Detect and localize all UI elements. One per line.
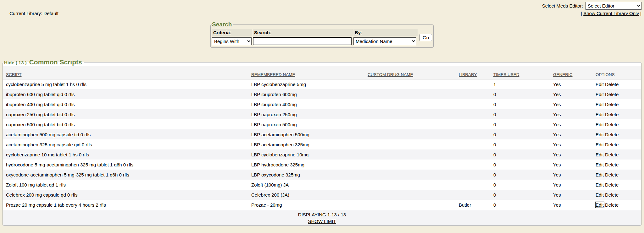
show-current-library-wrap: | Show Current Library Only |: [581, 11, 641, 16]
options-cell: Edit Delete: [592, 129, 641, 139]
column-header-generic[interactable]: GENERIC: [550, 66, 592, 79]
delete-link[interactable]: Delete: [605, 92, 619, 97]
delete-link[interactable]: Delete: [605, 112, 619, 117]
edit-link[interactable]: Edit: [596, 132, 604, 137]
options-cell: Edit Delete: [592, 119, 641, 129]
custom-drug-name-cell: [364, 99, 456, 109]
by-select[interactable]: Medication Name: [353, 37, 416, 45]
options-cell: Edit Delete: [592, 99, 641, 109]
times-used-cell: 0: [490, 160, 550, 170]
remembered-name-cell: LBP naproxen 250mg: [248, 109, 364, 119]
custom-drug-name-cell: [364, 160, 456, 170]
delete-link[interactable]: Delete: [605, 142, 619, 147]
script-cell: ibuprofen 400 mg tablet qid 0 rfls: [3, 99, 248, 109]
edit-link[interactable]: Edit: [596, 192, 604, 198]
remembered-name-cell: LBP ibuprofen 400mg: [248, 99, 364, 109]
column-header-times-used[interactable]: TIMES USED: [490, 66, 550, 79]
table-row: cyclobenzaprine 10 mg tablet 1 hs 0 rfls…: [3, 149, 641, 160]
script-cell: Prozac 20 mg capsule 1 tab every 4 hours…: [3, 200, 248, 210]
script-cell: naproxen 500 mg tablet bid 0 rfls: [3, 119, 248, 129]
times-used-cell: 0: [490, 149, 550, 160]
edit-link[interactable]: Edit: [596, 112, 604, 117]
edit-link[interactable]: Edit: [596, 122, 604, 127]
column-header-remembered-name[interactable]: REMEMBERED NAME: [248, 66, 364, 79]
times-used-cell: 0: [490, 170, 550, 180]
library-cell: [456, 170, 490, 180]
delete-link[interactable]: Delete: [605, 172, 619, 177]
generic-cell: Yes: [550, 180, 592, 190]
meds-editor-select[interactable]: Select Editor: [586, 2, 641, 10]
edit-link[interactable]: Edit: [596, 182, 604, 187]
column-header-library[interactable]: LIBRARY: [456, 66, 490, 79]
times-used-cell: 1: [490, 79, 550, 89]
search-fieldset: Search Criteria: Search: By: Begins With…: [210, 21, 434, 48]
delete-link[interactable]: Delete: [605, 152, 619, 157]
delete-link[interactable]: Delete: [605, 132, 619, 137]
edit-link[interactable]: Edit: [596, 162, 604, 167]
script-cell: cyclobenzaprine 10 mg tablet 1 hs 0 rfls: [3, 149, 248, 160]
options-cell: Edit Delete: [592, 149, 641, 160]
library-bar: Current Library: Default | Show Current …: [0, 10, 644, 16]
column-header-script[interactable]: SCRIPT: [3, 66, 248, 79]
script-cell: Zoloft 100 mg tablet qd 1 rfls: [3, 180, 248, 190]
column-header-custom-drug-name[interactable]: CUSTOM DRUG NAME: [364, 66, 456, 79]
remembered-name-cell: LBP hydrocodone 325mg: [248, 160, 364, 170]
delete-link[interactable]: Delete: [605, 192, 619, 198]
current-library-text: Current Library: Default: [9, 11, 58, 16]
generic-cell: Yes: [550, 139, 592, 149]
custom-drug-name-cell: [364, 139, 456, 149]
times-used-cell: 0: [490, 99, 550, 109]
criteria-select[interactable]: Begins With: [212, 37, 252, 45]
custom-drug-name-cell: [364, 109, 456, 119]
times-used-cell: 0: [490, 180, 550, 190]
edit-link[interactable]: Edit: [596, 152, 604, 157]
custom-drug-name-cell: [364, 180, 456, 190]
table-row: ibuprofen 400 mg tablet qid 0 rflsLBP ib…: [3, 99, 641, 109]
edit-link[interactable]: Edit: [596, 172, 604, 177]
show-current-library-link[interactable]: Show Current Library Only: [583, 11, 639, 16]
delete-link[interactable]: Delete: [605, 202, 619, 208]
delete-link[interactable]: Delete: [605, 82, 619, 87]
delete-link[interactable]: Delete: [605, 162, 619, 167]
script-cell: ibuprofen 600 mg tablet qid 0 rfls: [3, 89, 248, 99]
table-row: acetaminophen 325 mg capsule qid 0 rflsL…: [3, 139, 641, 149]
options-cell: Edit Delete: [592, 109, 641, 119]
custom-drug-name-cell: [364, 119, 456, 129]
edit-link[interactable]: Edit: [596, 102, 604, 107]
search-input[interactable]: [253, 37, 352, 45]
edit-link[interactable]: Edit: [596, 92, 604, 97]
options-cell: Edit Delete: [592, 139, 641, 149]
remembered-name-cell: Celebrex 200 (JA): [248, 190, 364, 200]
table-row: Zoloft 100 mg tablet qd 1 rflsZoloft (10…: [3, 180, 641, 190]
edit-link[interactable]: Edit: [596, 202, 604, 208]
custom-drug-name-cell: [364, 129, 456, 139]
custom-drug-name-cell: [364, 89, 456, 99]
go-button[interactable]: Go: [419, 34, 432, 41]
hide-link[interactable]: Hide ( 13 ): [4, 60, 27, 65]
table-row: hydrocodone 5 mg-acetaminophen 325 mg ta…: [3, 160, 641, 170]
times-used-cell: 0: [490, 190, 550, 200]
custom-drug-name-cell: [364, 190, 456, 200]
edit-link[interactable]: Edit: [596, 82, 604, 87]
script-cell: acetaminophen 325 mg capsule qid 0 rfls: [3, 139, 248, 149]
library-cell: Butler: [456, 200, 490, 210]
library-cell: [456, 109, 490, 119]
generic-cell: Yes: [550, 170, 592, 180]
delete-link[interactable]: Delete: [605, 102, 619, 107]
search-legend: Search: [212, 21, 233, 28]
delete-link[interactable]: Delete: [605, 182, 619, 187]
custom-drug-name-cell: [364, 170, 456, 180]
options-cell: Edit Delete: [592, 160, 641, 170]
table-row: Prozac 20 mg capsule 1 tab every 4 hours…: [3, 200, 641, 210]
library-cell: [456, 119, 490, 129]
top-bar: Select Meds Editor: Select Editor: [0, 0, 644, 10]
generic-cell: Yes: [550, 190, 592, 200]
search-grid: Criteria: Search: By: Begins With Medica…: [212, 29, 432, 46]
delete-link[interactable]: Delete: [605, 122, 619, 127]
library-cell: [456, 160, 490, 170]
remembered-name-cell: Prozac - 20mg: [248, 200, 364, 210]
script-cell: hydrocodone 5 mg-acetaminophen 325 mg ta…: [3, 160, 248, 170]
show-limit-link[interactable]: SHOW LIMIT: [308, 219, 336, 224]
edit-link[interactable]: Edit: [596, 142, 604, 147]
remembered-name-cell: Zoloft (100mg) JA: [248, 180, 364, 190]
